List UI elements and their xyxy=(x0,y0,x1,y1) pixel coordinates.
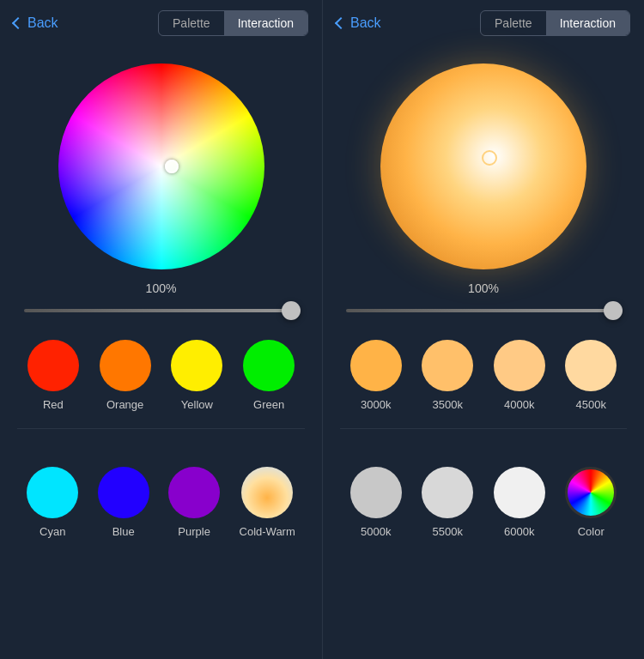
swatch-orange-circle xyxy=(100,340,151,391)
warm-cursor xyxy=(482,150,497,166)
swatch-3500k-circle xyxy=(422,340,473,391)
swatch-green[interactable]: Green xyxy=(243,340,295,411)
swatch-cyan-circle xyxy=(27,467,78,518)
left-back-button[interactable]: Back xyxy=(14,15,58,31)
left-tab-group: Palette Interaction xyxy=(158,10,308,36)
swatch-4500k-label: 4500k xyxy=(576,398,606,411)
swatch-color[interactable]: Color xyxy=(565,467,617,538)
back-chevron-icon xyxy=(12,17,24,29)
swatch-green-label: Green xyxy=(253,398,284,411)
swatch-4000k-circle xyxy=(494,340,545,391)
swatch-yellow[interactable]: Yellow xyxy=(171,340,222,411)
right-brightness-slider[interactable] xyxy=(346,302,621,319)
right-row-divider xyxy=(340,428,627,429)
wheel-cursor xyxy=(165,160,179,173)
right-header: Back Palette Interaction xyxy=(323,0,644,46)
swatch-4500k[interactable]: 4500k xyxy=(565,340,617,411)
swatch-cold-warm[interactable]: Cold-Warm xyxy=(240,467,295,538)
swatch-5000k-label: 5000k xyxy=(361,525,391,538)
left-slider-track xyxy=(24,309,299,312)
swatch-4500k-circle xyxy=(565,340,617,391)
left-header: Back Palette Interaction xyxy=(0,0,322,46)
swatch-5500k-circle xyxy=(422,467,473,518)
swatch-5000k-circle xyxy=(350,467,402,518)
swatch-purple[interactable]: Purple xyxy=(168,467,220,538)
swatch-purple-label: Purple xyxy=(178,525,210,538)
left-tab-palette[interactable]: Palette xyxy=(159,11,224,35)
swatch-yellow-label: Yellow xyxy=(181,398,213,411)
swatch-3000k-label: 3000k xyxy=(361,398,391,411)
right-back-label: Back xyxy=(350,15,381,31)
left-tab-interaction[interactable]: Interaction xyxy=(224,11,307,35)
swatch-red-label: Red xyxy=(43,398,64,411)
swatch-orange-label: Orange xyxy=(106,398,143,411)
right-panel: Back Palette Interaction 100% 3000k 3500… xyxy=(322,0,644,659)
swatch-cold-warm-circle xyxy=(241,467,293,518)
swatch-3000k-circle xyxy=(350,340,402,391)
swatch-orange[interactable]: Orange xyxy=(100,340,151,411)
right-back-button[interactable]: Back xyxy=(337,15,381,31)
swatch-green-circle xyxy=(243,340,295,391)
left-brightness-label: 100% xyxy=(146,281,177,295)
left-color-wheel[interactable] xyxy=(58,63,264,269)
swatch-4000k-label: 4000k xyxy=(504,398,534,411)
swatch-6000k-label: 6000k xyxy=(504,525,534,538)
left-row-divider xyxy=(17,428,305,429)
left-swatches-row-2: Cyan Blue Purple Cold-Warm xyxy=(17,467,305,538)
right-tab-group: Palette Interaction xyxy=(480,10,630,36)
swatch-5000k[interactable]: 5000k xyxy=(350,467,402,538)
swatch-3500k-label: 3500k xyxy=(433,398,463,411)
left-slider-thumb[interactable] xyxy=(282,301,301,320)
swatch-cyan-label: Cyan xyxy=(39,525,65,538)
swatch-yellow-circle xyxy=(171,340,222,391)
swatch-blue[interactable]: Blue xyxy=(98,467,149,538)
swatch-color-circle xyxy=(565,467,617,518)
left-swatches-row-1: Red Orange Yellow Green xyxy=(17,340,305,411)
swatch-purple-circle xyxy=(168,467,220,518)
right-slider-thumb[interactable] xyxy=(604,301,623,320)
right-slider-track xyxy=(346,309,621,312)
swatch-blue-label: Blue xyxy=(112,525,135,538)
left-brightness-slider[interactable] xyxy=(24,302,299,319)
swatch-red-circle xyxy=(27,340,79,391)
swatch-color-label: Color xyxy=(578,525,605,538)
color-wheel-canvas[interactable] xyxy=(58,63,264,269)
right-tab-interaction[interactable]: Interaction xyxy=(546,11,629,35)
right-brightness-label: 100% xyxy=(468,281,499,295)
left-back-label: Back xyxy=(27,15,58,31)
swatch-3500k[interactable]: 3500k xyxy=(422,340,473,411)
left-swatches-section-2: Cyan Blue Purple Cold-Warm xyxy=(0,467,322,555)
swatch-cyan[interactable]: Cyan xyxy=(27,467,78,538)
right-back-chevron-icon xyxy=(335,17,347,29)
swatch-5500k-label: 5500k xyxy=(433,525,463,538)
swatch-4000k[interactable]: 4000k xyxy=(494,340,545,411)
right-swatches-row-1: 3000k 3500k 4000k 4500k xyxy=(340,340,627,411)
swatch-3000k[interactable]: 3000k xyxy=(350,340,402,411)
right-swatches-section: 3000k 3500k 4000k 4500k xyxy=(323,340,644,428)
swatch-red[interactable]: Red xyxy=(27,340,79,411)
left-swatches-section: Red Orange Yellow Green xyxy=(0,340,322,428)
swatch-5500k[interactable]: 5500k xyxy=(422,467,473,538)
swatch-blue-circle xyxy=(98,467,149,518)
right-warm-light-circle[interactable] xyxy=(380,63,586,269)
swatch-cold-warm-label: Cold-Warm xyxy=(240,525,295,538)
right-swatches-row-2: 5000k 5500k 6000k Color xyxy=(340,467,627,538)
right-tab-palette[interactable]: Palette xyxy=(481,11,546,35)
swatch-6000k-circle xyxy=(494,467,545,518)
swatch-6000k[interactable]: 6000k xyxy=(494,467,545,538)
right-swatches-section-2: 5000k 5500k 6000k Color xyxy=(323,467,644,555)
left-panel: Back Palette Interaction 100% Red Orange xyxy=(0,0,322,659)
